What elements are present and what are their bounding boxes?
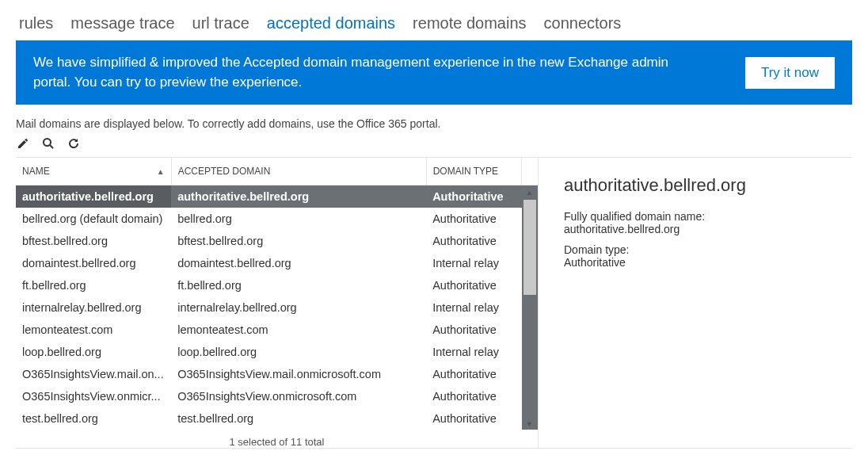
- table-row[interactable]: O365InsightsView.onmicr...O365InsightsVi…: [16, 385, 538, 407]
- cell-type: Authoritative: [426, 363, 522, 385]
- column-header-accepted[interactable]: ACCEPTED DOMAIN: [171, 158, 426, 185]
- tab-accepted-domains[interactable]: accepted domains: [267, 14, 395, 32]
- tab-remote-domains[interactable]: remote domains: [413, 14, 526, 32]
- cell-type: Authoritative: [426, 274, 522, 296]
- try-it-now-button[interactable]: Try it now: [745, 57, 835, 89]
- cell-accepted: O365InsightsView.onmicrosoft.com: [171, 385, 426, 407]
- cell-type: Internal relay: [426, 296, 522, 319]
- cell-accepted: ft.bellred.org: [171, 274, 426, 296]
- details-type-label: Domain type:: [564, 243, 844, 256]
- table-row[interactable]: test.bellred.orgtest.bellred.orgAuthorit…: [16, 407, 538, 430]
- svg-point-0: [44, 139, 51, 146]
- sort-asc-icon: ▲: [157, 167, 165, 176]
- details-fqdn-label: Fully qualified domain name:: [564, 210, 844, 223]
- tab-connectors[interactable]: connectors: [544, 14, 622, 32]
- table-row[interactable]: authoritative.bellred.orgauthoritative.b…: [16, 185, 538, 208]
- domains-list: NAME▲ ACCEPTED DOMAIN DOMAIN TYPE author…: [16, 158, 539, 448]
- cell-name: domaintest.bellred.org: [16, 252, 171, 274]
- details-title: authoritative.bellred.org: [564, 175, 844, 196]
- table-row[interactable]: bellred.org (default domain)bellred.orgA…: [16, 208, 538, 230]
- cell-accepted: bellred.org: [171, 208, 426, 230]
- column-header-name[interactable]: NAME▲: [16, 158, 171, 185]
- cell-name: O365InsightsView.mail.on...: [16, 363, 171, 385]
- cell-accepted: test.bellred.org: [171, 407, 426, 430]
- cell-accepted: internalrelay.bellred.org: [171, 296, 426, 319]
- table-row[interactable]: bftest.bellred.orgbftest.bellred.orgAuth…: [16, 230, 538, 252]
- table-row[interactable]: lemonteatest.comlemonteatest.comAuthorit…: [16, 319, 538, 341]
- cell-type: Authoritative: [426, 185, 522, 208]
- toolbar: [16, 136, 852, 151]
- tab-url-trace[interactable]: url trace: [192, 14, 249, 32]
- scroll-up-icon[interactable]: ▴: [522, 185, 538, 198]
- table-row[interactable]: ft.bellred.orgft.bellred.orgAuthoritativ…: [16, 274, 538, 296]
- cell-accepted: authoritative.bellred.org: [171, 185, 426, 208]
- cell-accepted: bftest.bellred.org: [171, 230, 426, 252]
- selection-status: 1 selected of 11 total: [16, 430, 538, 448]
- refresh-icon[interactable]: [67, 136, 81, 151]
- cell-name: authoritative.bellred.org: [16, 185, 171, 208]
- column-header-spacer: [522, 158, 538, 185]
- cell-accepted: O365InsightsView.mail.onmicrosoft.com: [171, 363, 426, 385]
- table-row[interactable]: O365InsightsView.mail.on...O365InsightsV…: [16, 363, 538, 385]
- tab-bar: rules message trace url trace accepted d…: [16, 0, 852, 40]
- cell-name: bellred.org (default domain): [16, 208, 171, 230]
- table-row[interactable]: domaintest.bellred.orgdomaintest.bellred…: [16, 252, 538, 274]
- cell-name: bftest.bellred.org: [16, 230, 171, 252]
- details-pane: authoritative.bellred.org Fully qualifie…: [539, 158, 852, 448]
- domains-table: NAME▲ ACCEPTED DOMAIN DOMAIN TYPE author…: [16, 158, 538, 430]
- search-icon[interactable]: [41, 136, 55, 151]
- promo-banner: We have simplified & improved the Accept…: [16, 40, 852, 105]
- details-type-value: Authoritative: [564, 256, 844, 269]
- scroll-thumb[interactable]: [523, 200, 536, 295]
- page-hint: Mail domains are displayed below. To cor…: [16, 117, 852, 130]
- cell-type: Authoritative: [426, 208, 522, 230]
- tab-rules[interactable]: rules: [19, 14, 53, 32]
- details-fqdn-value: authoritative.bellred.org: [564, 223, 844, 235]
- cell-type: Authoritative: [426, 230, 522, 252]
- cell-name: O365InsightsView.onmicr...: [16, 385, 171, 407]
- cell-type: Authoritative: [426, 407, 522, 430]
- cell-accepted: lemonteatest.com: [171, 319, 426, 341]
- promo-banner-text: We have simplified & improved the Accept…: [33, 53, 691, 92]
- cell-name: test.bellred.org: [16, 407, 171, 430]
- cell-accepted: loop.bellred.org: [171, 341, 426, 363]
- cell-name: ft.bellred.org: [16, 274, 171, 296]
- scroll-down-icon[interactable]: ▾: [522, 417, 538, 430]
- cell-type: Internal relay: [426, 252, 522, 274]
- cell-name: loop.bellred.org: [16, 341, 171, 363]
- cell-type: Authoritative: [426, 385, 522, 407]
- scrollbar[interactable]: ▴▾: [522, 185, 538, 430]
- edit-icon[interactable]: [16, 136, 30, 151]
- svg-line-1: [50, 145, 53, 148]
- cell-accepted: domaintest.bellred.org: [171, 252, 426, 274]
- cell-name: internalrelay.bellred.org: [16, 296, 171, 319]
- table-row[interactable]: loop.bellred.orgloop.bellred.orgInternal…: [16, 341, 538, 363]
- cell-type: Authoritative: [426, 319, 522, 341]
- tab-message-trace[interactable]: message trace: [70, 14, 174, 32]
- table-row[interactable]: internalrelay.bellred.orginternalrelay.b…: [16, 296, 538, 319]
- cell-name: lemonteatest.com: [16, 319, 171, 341]
- column-header-type[interactable]: DOMAIN TYPE: [426, 158, 522, 185]
- cell-type: Internal relay: [426, 341, 522, 363]
